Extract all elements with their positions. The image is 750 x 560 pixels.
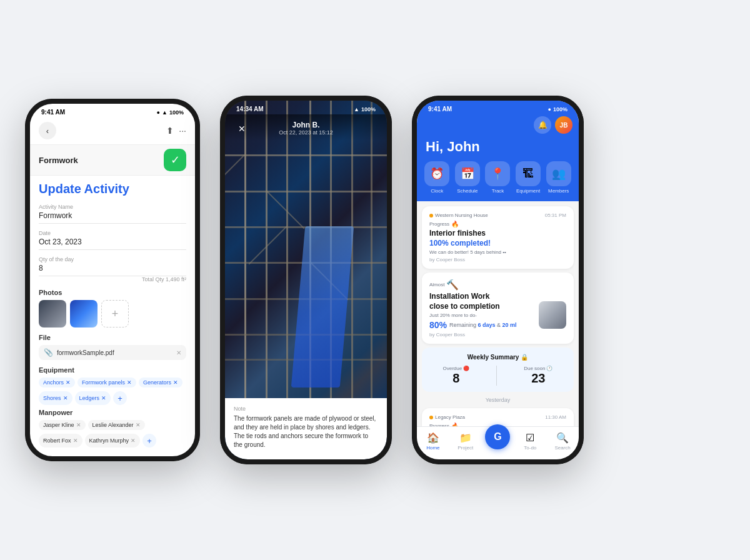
photos-row: + [39, 300, 186, 328]
todo-label: To-do [524, 445, 536, 451]
tag-ledgers[interactable]: Ledgers ✕ [75, 391, 111, 405]
person-leslie: Leslie Alexander ✕ [88, 420, 145, 430]
tag-shores-remove[interactable]: ✕ [63, 395, 68, 401]
manpower-row-1: Jasper Kline ✕ Leslie Alexander ✕ [39, 420, 186, 430]
manpower-row-2: Robert Fox ✕ Kathryn Murphy ✕ + [39, 434, 186, 448]
add-person-button[interactable]: + [142, 434, 156, 448]
photos-label: Photos [39, 289, 186, 296]
file-label: File [39, 334, 186, 341]
qty-label: Qty of the day [39, 256, 186, 262]
person-robert-remove[interactable]: ✕ [73, 438, 78, 444]
due-soon-item: Due soon 🕐 23 [524, 366, 552, 386]
photo-note: Note The formwork panels are made of ply… [225, 398, 387, 459]
photo-2[interactable] [70, 300, 98, 328]
p1-content: Update Activity Activity Name Formwork D… [30, 176, 195, 458]
fab-button[interactable]: G [485, 424, 510, 449]
phone-dashboard: 9:41 AM ● 100% 🔔 JB Hi, John ⏰ [412, 96, 584, 464]
person-kathryn-remove[interactable]: ✕ [131, 438, 136, 444]
action-members[interactable]: 👥 Members [546, 161, 571, 194]
search-icon: 🔍 [556, 432, 569, 444]
photo-top-bar: ✕ John B. Oct 22, 2023 at 15:12 [225, 114, 387, 141]
card-pct: 80% [429, 320, 447, 330]
file-remove-button[interactable]: ✕ [176, 349, 181, 356]
action-equipment[interactable]: 🏗 Equipment [516, 161, 541, 194]
nav-bar: 🏠 Home 📁 Project G ☑ To-do [417, 426, 579, 459]
action-clock[interactable]: ⏰ Clock [424, 161, 449, 194]
activity-name-label: Activity Name [39, 204, 186, 210]
manpower-label: Manpower [39, 409, 186, 416]
status-icons-1: ● ▲ 100% [157, 109, 184, 116]
check-button[interactable]: ✓ [164, 149, 186, 171]
quick-actions: ⏰ Clock 📅 Schedule 📍 Track 🏗 Equipment [417, 161, 579, 194]
bell-button[interactable]: 🔔 [534, 116, 551, 134]
photo-info: John B. Oct 22, 2023 at 15:12 [279, 121, 333, 136]
qty-total: Total Qty 1,490 ft² [39, 276, 186, 282]
time-1: 9:41 AM [41, 109, 65, 116]
more-icon[interactable]: ··· [179, 126, 186, 136]
search-label: Search [554, 445, 570, 451]
nav-home[interactable]: 🏠 Home [421, 432, 446, 452]
close-button[interactable]: ✕ [234, 121, 250, 137]
activity-name-field: Activity Name Formwork [39, 204, 186, 224]
phone-photo-view: 14:34 AM ▲ 100% ✕ John B. Oct 22, 2023 a… [220, 96, 392, 464]
battery-1: 100% [169, 109, 184, 116]
equipment-tags-row-1: Anchors ✕ Formwork panels ✕ Generators ✕ [39, 378, 186, 388]
file-icon: 📎 [44, 348, 53, 357]
person-leslie-remove[interactable]: ✕ [136, 422, 141, 428]
card-title-2: Installation Workclose to completion [429, 292, 517, 311]
qty-field: Qty of the day 8 Total Qty 1,490 ft² [39, 256, 186, 282]
qty-value[interactable]: 8 [39, 264, 186, 276]
tag-generators-remove[interactable]: ✕ [173, 379, 178, 386]
tag-anchors-remove[interactable]: ✕ [66, 379, 71, 386]
status-bar-2: 14:34 AM ▲ 100% [225, 101, 387, 115]
nav-fab[interactable]: G [485, 432, 510, 452]
nav-todo[interactable]: ☑ To-do [518, 432, 542, 452]
card-installation: Almost 🔨 Installation Workclose to compl… [422, 272, 574, 344]
tag-anchors[interactable]: Anchors ✕ [39, 378, 75, 388]
tag-formwork-panels[interactable]: Formwork panels ✕ [78, 378, 136, 388]
tag-shores[interactable]: Shores ✕ [39, 391, 72, 405]
add-equipment-button[interactable]: + [113, 391, 127, 405]
card-by-1: by Cooper Boss [429, 257, 566, 262]
photo-user: John B. [279, 121, 333, 129]
project-icon: 📁 [459, 432, 472, 444]
date-value[interactable]: Oct 23, 2023 [39, 238, 186, 250]
photo-screen: 14:34 AM ▲ 100% ✕ John B. Oct 22, 2023 a… [225, 101, 387, 459]
weekly-summary: Weekly Summary 🔒 Overdue 🔴 8 [422, 348, 574, 392]
photos-section: Photos + [39, 289, 186, 328]
activity-name-value[interactable]: Formwork [39, 211, 186, 224]
home-label: Home [426, 445, 439, 451]
manpower-section: Manpower Jasper Kline ✕ Leslie Alexander… [39, 409, 186, 448]
nav-project[interactable]: 📁 Project [453, 432, 478, 452]
add-photo-button[interactable]: + [101, 300, 129, 328]
header-actions: ⬆ ··· [166, 126, 186, 136]
card-legacy-plaza: Legacy Plaza 11:30 AM Progress 🔥 Roof la… [422, 408, 574, 426]
dashboard-header: 9:41 AM ● 100% 🔔 JB Hi, John ⏰ [417, 101, 579, 201]
overdue-item: Overdue 🔴 8 [443, 366, 470, 386]
todo-icon: ☑ [526, 432, 534, 444]
file-row: 📎 formworkSample.pdf ✕ [39, 345, 186, 360]
home-icon: 🏠 [427, 432, 439, 444]
action-schedule[interactable]: 📅 Schedule [455, 161, 480, 194]
battery-2: 100% [361, 106, 376, 112]
action-track[interactable]: 📍 Track [485, 161, 510, 194]
date-label: Date [39, 230, 186, 236]
nav-search[interactable]: 🔍 Search [550, 432, 575, 452]
photo-1[interactable] [39, 300, 66, 328]
section-date: Yesterday [422, 396, 574, 404]
battery-3: 100% [553, 106, 568, 112]
time-2: 14:34 AM [236, 106, 264, 112]
note-label: Note [234, 406, 378, 412]
avatar[interactable]: JB [555, 116, 572, 134]
due-soon-count: 23 [524, 371, 552, 386]
tag-generators[interactable]: Generators ✕ [139, 378, 182, 388]
person-kathryn: Kathryn Murphy ✕ [85, 434, 141, 448]
tag-formwork-panels-remove[interactable]: ✕ [127, 379, 132, 386]
project-name-1: Western Nursing House [429, 212, 488, 218]
back-button[interactable]: ‹ [39, 122, 56, 139]
tag-ledgers-remove[interactable]: ✕ [101, 395, 106, 401]
file-section: File 📎 formworkSample.pdf ✕ [39, 334, 186, 360]
person-jasper-remove[interactable]: ✕ [76, 422, 81, 428]
share-icon[interactable]: ⬆ [166, 126, 174, 136]
card-title-1: Interior finishes 100% completed! [429, 229, 566, 248]
